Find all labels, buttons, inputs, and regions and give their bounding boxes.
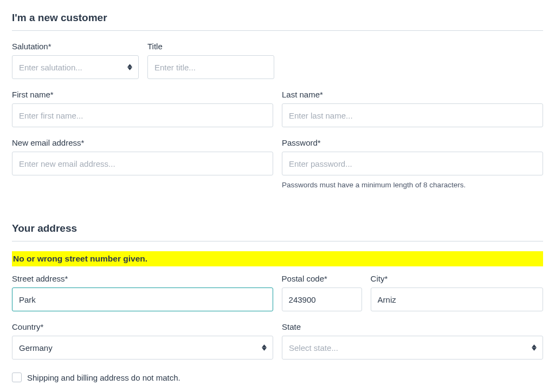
- password-label: Password*: [282, 138, 543, 147]
- shipping-billing-label: Shipping and billing address do not matc…: [27, 373, 180, 382]
- email-input[interactable]: [12, 152, 273, 175]
- salutation-select[interactable]: Enter salutation...: [12, 55, 139, 79]
- title-label: Title: [147, 42, 274, 51]
- country-group: Country* Germany: [12, 322, 273, 360]
- salutation-label: Salutation*: [12, 42, 139, 51]
- divider: [12, 30, 543, 31]
- title-group: Title: [147, 42, 274, 79]
- last-name-group: Last name*: [282, 90, 543, 127]
- divider: [12, 241, 543, 241]
- last-name-label: Last name*: [282, 90, 543, 99]
- street-number-alert: No or wrong street number given.: [12, 251, 543, 266]
- first-name-group: First name*: [12, 90, 273, 127]
- street-label: Street address*: [12, 274, 273, 283]
- postal-input[interactable]: [282, 288, 362, 311]
- checkbox-icon[interactable]: [12, 373, 22, 382]
- street-group: Street address*: [12, 274, 273, 311]
- city-group: City*: [371, 274, 543, 311]
- state-select[interactable]: Select state...: [282, 336, 543, 360]
- street-input[interactable]: [12, 288, 273, 311]
- address-heading: Your address: [12, 223, 543, 234]
- last-name-input[interactable]: [282, 103, 543, 127]
- state-label: State: [282, 322, 543, 331]
- state-group: State Select state...: [282, 322, 543, 360]
- email-group: New email address*: [12, 138, 273, 175]
- salutation-group: Salutation* Enter salutation...: [12, 42, 139, 79]
- new-customer-heading: I'm a new customer: [12, 12, 543, 24]
- email-label: New email address*: [12, 138, 273, 147]
- first-name-input[interactable]: [12, 103, 273, 127]
- password-help-text: Passwords must have a minimum length of …: [282, 181, 543, 189]
- shipping-billing-mismatch-row[interactable]: Shipping and billing address do not matc…: [12, 373, 543, 382]
- password-input[interactable]: [282, 152, 543, 175]
- city-input[interactable]: [371, 288, 543, 311]
- country-select[interactable]: Germany: [12, 336, 273, 360]
- first-name-label: First name*: [12, 90, 273, 99]
- postal-label: Postal code*: [282, 274, 362, 283]
- postal-group: Postal code*: [282, 274, 362, 311]
- password-group: Password* Passwords must have a minimum …: [282, 138, 543, 189]
- city-label: City*: [371, 274, 543, 283]
- title-input[interactable]: [147, 55, 274, 79]
- country-label: Country*: [12, 322, 273, 331]
